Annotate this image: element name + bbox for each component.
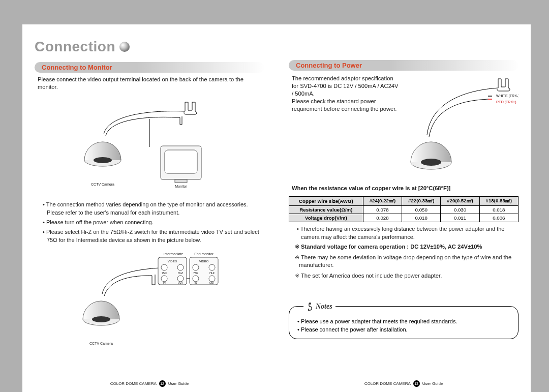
ohm-label: 75Ω	[162, 272, 167, 275]
page-right: Connecting to Power The recommended adap…	[277, 24, 531, 392]
power-top-row: The recommended adaptor specification fo…	[289, 74, 518, 183]
section-heading-monitor: Connecting to Monitor	[35, 62, 264, 73]
th-c2: #22(0.33㎟)	[402, 197, 441, 206]
page-left: Connection Connecting to Monitor Please …	[22, 24, 277, 392]
star-note-2: ※ There may be some deviation in voltage…	[292, 254, 515, 269]
cctv-label-2: CCTV Camera	[89, 342, 113, 345]
hiz-label: HI-Z	[178, 272, 183, 275]
notes-tab: Notes	[303, 302, 336, 311]
monitor-label: Monitor	[175, 185, 187, 188]
th-c3: #20(0.52㎟)	[441, 197, 479, 206]
notes-title: Notes	[316, 303, 332, 311]
svg-point-8	[161, 264, 167, 270]
footer-product-left: COLOR DOME CAMERA	[110, 381, 157, 386]
footer-right: COLOR DOME CAMERA 13 User Guide	[277, 380, 531, 387]
out-label: OUT	[178, 281, 184, 284]
footer-product-right: COLOR DOME CAMERA	[364, 381, 411, 386]
star-note-3: ※ The set for America does not include t…	[292, 272, 515, 280]
cctv-label: CCTV Camera	[91, 183, 114, 186]
monitor-bullets: The connection method varies depending o…	[43, 201, 261, 244]
power-bullets: Therefore having an excessively long dis…	[297, 225, 515, 241]
svg-rect-4	[175, 179, 187, 183]
notes-item-2: Please connect the power after installat…	[297, 326, 510, 334]
in-label: IN	[163, 281, 166, 284]
resistance-table: Copper wire size(AWG) #24(0.22㎟) #22(0.3…	[289, 196, 518, 222]
r1c1: 0.078	[363, 206, 402, 214]
footer-left: COLOR DOME CAMERA 12 User Guide	[22, 380, 277, 387]
hiz-label-2: HI-Z	[209, 272, 215, 275]
notes-box: Notes Please use a power adapter that me…	[289, 306, 518, 339]
ohm-label-2: 75Ω	[193, 272, 198, 275]
svg-point-9	[177, 264, 184, 270]
notes-item-1: Please use a power adapter that meets th…	[297, 318, 510, 325]
svg-point-19	[309, 303, 311, 305]
monitor-diagram: CCTV Camera Monitor	[35, 96, 264, 198]
th-c1: #24(0.22㎟)	[363, 197, 402, 206]
th-col-header: Copper wire size(AWG)	[289, 197, 363, 206]
footer-guide-right: User Guide	[422, 381, 443, 386]
row1-label: Resistance value(Ω/m)	[289, 206, 363, 214]
svg-rect-3	[165, 150, 197, 173]
diagram-svg-2: Intermediate End monitor CCTV Camera VID…	[71, 249, 228, 351]
th-c4: #18(0.83㎟)	[479, 197, 518, 206]
diagram-svg-1: CCTV Camera Monitor	[73, 96, 226, 198]
main-title: Connection	[35, 39, 264, 55]
monitor-bullet-2: Please turn off the power when connectin…	[43, 219, 261, 226]
intermediate-diagram: Intermediate End monitor CCTV Camera VID…	[35, 249, 264, 351]
video-label-2: VIDEO	[199, 260, 209, 263]
r2c1: 0.028	[363, 214, 402, 222]
power-intro: The recommended adaptor specification fo…	[292, 75, 399, 113]
video-label: VIDEO	[168, 260, 177, 263]
row2-label: Voltage drop(V/m)	[289, 214, 363, 222]
out-label-2: OUT	[209, 281, 215, 284]
power-bullet-1: Therefore having an excessively long dis…	[297, 225, 515, 241]
table-caption: When the resistance value of copper wire…	[292, 185, 515, 192]
end-monitor-label: End monitor	[194, 252, 214, 256]
red-wire-label: RED (TRX+)	[496, 100, 516, 104]
r1c2: 0.050	[402, 206, 441, 214]
r1c3: 0.030	[441, 206, 479, 214]
footer-page-right: 13	[413, 380, 420, 387]
main-title-text: Connection	[35, 39, 115, 55]
svg-point-14	[209, 264, 215, 270]
intermediate-label: Intermediate	[164, 252, 184, 256]
monitor-bullet-3: Please select Hi-Z on the 75Ω/Hi-Z switc…	[43, 228, 261, 244]
r2c2: 0.018	[402, 214, 441, 222]
in-label-2: IN	[195, 281, 197, 284]
white-wire-label: WHITE (TRX-)	[496, 94, 518, 98]
svg-point-13	[193, 264, 199, 270]
monitor-intro: Please connect the video output terminal…	[38, 76, 261, 91]
footer-page-left: 12	[159, 380, 166, 387]
svg-point-1	[94, 157, 112, 163]
section-heading-power: Connecting to Power	[289, 60, 518, 71]
svg-point-18	[421, 159, 441, 166]
r2c3: 0.011	[441, 214, 479, 222]
decorative-sphere-icon	[119, 42, 130, 52]
notes-arrow-icon	[307, 302, 314, 311]
r2c4: 0.006	[479, 214, 518, 222]
svg-point-6	[92, 316, 110, 322]
r1c4: 0.018	[479, 206, 518, 214]
footer-guide-left: User Guide	[168, 381, 189, 386]
power-diagram: WHITE (TRX-) RED (TRX+)	[407, 74, 518, 180]
monitor-bullet-1: The connection method varies depending o…	[43, 201, 261, 217]
star-note-1: ※ Standard voltage for camera operation …	[292, 243, 515, 251]
